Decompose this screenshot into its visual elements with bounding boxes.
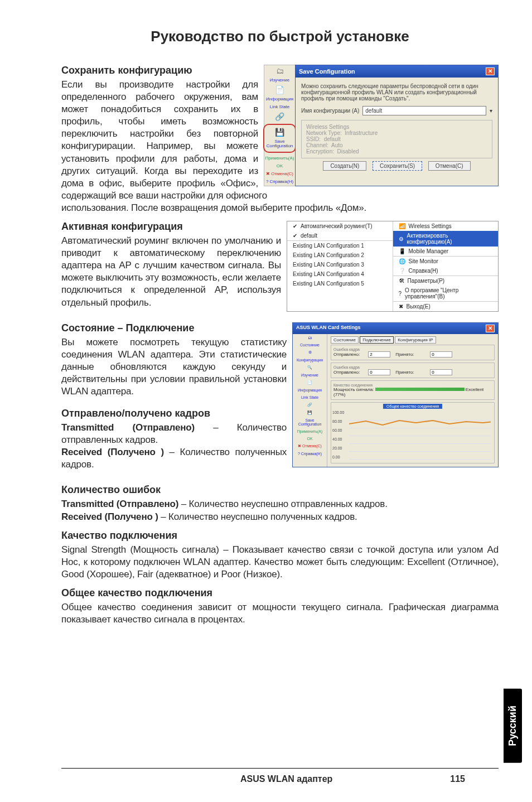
page-title: Руководство по быстрой установке bbox=[61, 28, 499, 45]
save-icon: 💾 bbox=[265, 127, 294, 138]
side-ok: OK bbox=[275, 162, 284, 170]
ls-title: ASUS WLAN Card Settings bbox=[296, 325, 361, 332]
tab-row: Состояние Подключение Конфигурация IP bbox=[331, 337, 495, 342]
overall-body: Общее качество соединения зависит от мощ… bbox=[61, 601, 499, 626]
save-config-screenshot: 🗂 Изучение 📄 Информация Link State 🔗 💾 S… bbox=[264, 65, 499, 186]
close-icon[interactable]: ✕ bbox=[486, 67, 495, 75]
signal-label: Мощность сигнала: bbox=[333, 387, 374, 392]
fieldset-title: Wireless Settings bbox=[306, 124, 487, 130]
sent-value-2 bbox=[368, 369, 390, 375]
ls-side-apply: Применить(A) bbox=[297, 428, 323, 435]
exit-item[interactable]: ✖ Выход(E) bbox=[393, 302, 499, 311]
auto-roaming-toggle[interactable]: ✔ Автоматический роуминг(T) bbox=[287, 221, 393, 231]
dialog-title: Save Configuration bbox=[299, 68, 355, 75]
recv-value-2 bbox=[430, 369, 452, 375]
frames-rx-bold: Received (Получено ) bbox=[61, 447, 164, 457]
errors-rx-bold: Received (Получено ) bbox=[61, 511, 158, 522]
save-config-dialog: Save Configuration ✕ Можно сохранить сле… bbox=[295, 65, 499, 186]
save-button[interactable]: Сохранить(S) bbox=[373, 161, 422, 171]
dialog-desc: Можно сохранить следующие параметры бесп… bbox=[301, 83, 492, 102]
graph-area bbox=[349, 413, 491, 460]
save-config-body-2: использования. После возвращения домой в… bbox=[61, 202, 499, 214]
sent-label-2: Отправлено: bbox=[333, 370, 367, 375]
profile-item[interactable]: Existing LAN Configuration 1 bbox=[287, 241, 393, 250]
side-palette: 🗂 Изучение 📄 Информация Link State 🔗 💾 S… bbox=[264, 65, 295, 186]
ls-side-info: Информация bbox=[297, 386, 322, 394]
recv-label: Принято: bbox=[395, 352, 429, 357]
profile-item[interactable]: Existing LAN Configuration 4 bbox=[287, 269, 393, 279]
y-20: 20.00 bbox=[332, 446, 342, 450]
sent-value bbox=[368, 351, 390, 357]
ls-side-study: Изучение bbox=[301, 371, 319, 379]
ssid-value: default bbox=[324, 136, 341, 142]
errors-tx-bold: Transmitted (Отправлено) bbox=[61, 499, 178, 509]
wireless-settings-item[interactable]: 📶 Wireless Settings bbox=[393, 221, 499, 231]
ls-side-palette: 🗂Состояние ⚙Конфигурация 🔍Изучение 📄Инфо… bbox=[293, 334, 327, 467]
errors-rx-text: – Количество неуспешно полученных кадров… bbox=[158, 511, 357, 522]
y-40: 40.00 bbox=[332, 437, 342, 441]
signal-bar bbox=[375, 388, 465, 391]
create-button[interactable]: Создать(N) bbox=[323, 161, 366, 171]
close-icon[interactable]: ✕ bbox=[486, 325, 495, 332]
channel-value: Auto bbox=[331, 142, 343, 148]
info-icon: 📄 bbox=[274, 84, 286, 95]
side-linkstate: Link State bbox=[269, 103, 291, 111]
graph-title: Общее качество соединения bbox=[383, 404, 442, 409]
y-80: 80.00 bbox=[332, 419, 342, 423]
params-item[interactable]: 🛠 Параметры(P) bbox=[393, 276, 499, 286]
y-100: 100.00 bbox=[332, 410, 344, 414]
profile-item[interactable]: Existing LAN Configuration 5 bbox=[287, 279, 393, 288]
quality-graph: Общее качество соединения 100.00 80.00 6… bbox=[331, 402, 495, 463]
graph-line-svg bbox=[349, 413, 491, 460]
conn-quality-box: Качество соединения Мощность сигнала: Ex… bbox=[331, 380, 495, 400]
side-info: Информация bbox=[265, 95, 294, 103]
encryption-label: Encryption: bbox=[306, 148, 334, 154]
footer-center: ASUS WLAN адаптер bbox=[123, 774, 450, 784]
side-cancel: ✖ Отмена(C) bbox=[265, 170, 294, 178]
frame-error-1: Ошибка кадра Отправлено: Принято: bbox=[331, 345, 495, 360]
ls-side-cancel: Отмена(C) bbox=[302, 444, 322, 448]
mobile-manager-item[interactable]: 📱 Mobile Manager bbox=[393, 247, 499, 256]
errors-rx: Received (Получено ) – Количество неуспе… bbox=[61, 511, 499, 523]
context-menu-screenshot: ✔ Автоматический роуминг(T) ✔ default Ex… bbox=[287, 221, 499, 312]
network-type-value: Infrastructure bbox=[345, 130, 378, 136]
site-monitor-item[interactable]: 🌐 Site Monitor bbox=[393, 257, 499, 266]
cancel-button[interactable]: Отмена(C) bbox=[428, 161, 471, 171]
tab-status[interactable]: Состояние bbox=[331, 336, 359, 344]
side-help: ? Справка(H) bbox=[265, 178, 294, 186]
sent-label: Отправлено: bbox=[333, 352, 367, 357]
tab-connection[interactable]: Подключение bbox=[360, 336, 394, 344]
side-apply: Применить(A) bbox=[264, 154, 296, 162]
link-status-screenshot: ASUS WLAN Card Settings ✕ 🗂Состояние ⚙Ко… bbox=[292, 322, 499, 467]
side-study: Изучение bbox=[269, 76, 291, 84]
about-item[interactable]: ? О программе "Центр управления"(B) bbox=[393, 286, 499, 301]
language-tab: Русский bbox=[504, 689, 522, 763]
ls-side-config: Конфигурация bbox=[296, 356, 323, 364]
conn-q-title: Качество соединения bbox=[333, 383, 492, 387]
footer: ASUS WLAN адаптер 115 bbox=[61, 768, 499, 784]
frame-error-2: Ошибка кадра Отправлено: Принято: bbox=[331, 363, 495, 378]
help-item[interactable]: ❔ Справка(H) bbox=[393, 266, 499, 276]
ls-side-help: Справка(H) bbox=[301, 452, 322, 456]
overall-heading: Общее качество подключения bbox=[61, 587, 499, 599]
ls-side-link: Link State bbox=[301, 394, 319, 401]
save-config-highlight: 💾 Save Configuration bbox=[263, 124, 297, 153]
link-icon: 🔗 bbox=[274, 111, 286, 122]
ls-side-save: Save Configuration bbox=[293, 417, 327, 428]
encryption-value: Disabled bbox=[337, 148, 359, 154]
chevron-down-icon[interactable]: ▾ bbox=[490, 108, 492, 114]
recv-value bbox=[430, 351, 452, 357]
ls-side-ok: OK bbox=[306, 435, 313, 442]
page-number: 115 bbox=[450, 774, 465, 784]
ls-side-status: Состояние bbox=[299, 341, 320, 349]
recv-label-2: Принято: bbox=[395, 370, 429, 375]
quality-heading: Качество подключения bbox=[61, 530, 499, 542]
profile-item[interactable]: Existing LAN Configuration 3 bbox=[287, 260, 393, 269]
y-0: 0.00 bbox=[332, 455, 340, 459]
activate-config-item[interactable]: ⚙ Активизировать конфигурацию(A) bbox=[393, 231, 499, 247]
profile-item[interactable]: Existing LAN Configuration 2 bbox=[287, 250, 393, 260]
tab-ipconfig[interactable]: Конфигурация IP bbox=[395, 336, 436, 344]
config-name-input[interactable]: default bbox=[362, 106, 486, 115]
profile-default[interactable]: ✔ default bbox=[287, 231, 393, 240]
frames-tx-bold: Transmitted (Отправлено) bbox=[61, 422, 195, 433]
